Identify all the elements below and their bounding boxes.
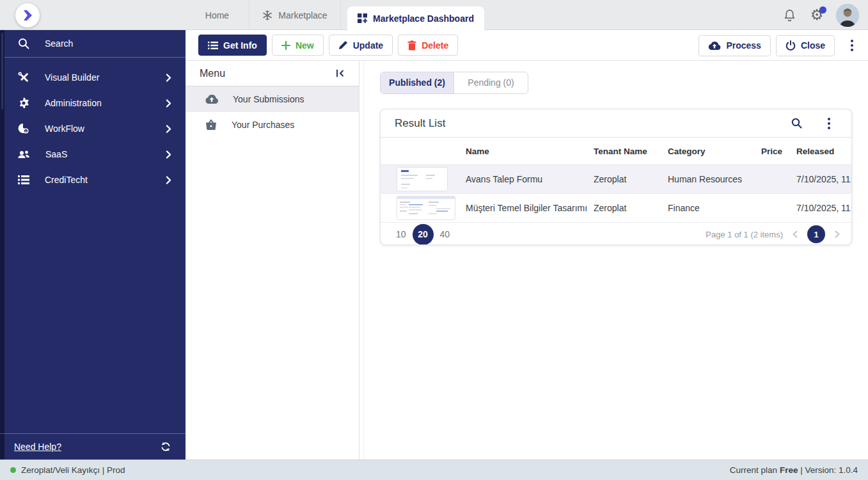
sidebar-item-label: SaaS [45,149,67,159]
close-label: Close [801,40,825,51]
tenant-user-status: Zeroplat/Veli Kayıkçı | Prod [21,465,125,475]
need-help-link[interactable]: Need Help? [14,442,61,452]
sidebar-scrollbar[interactable] [0,30,4,460]
status-tab-group: Published (2) Pending (0) [380,72,528,94]
sidebar-nav: Visual Builder Administration [0,58,185,193]
tab-marketplace[interactable]: Marketplace [249,0,341,30]
update-button[interactable]: Update [329,35,393,56]
row-thumbnail [381,196,466,220]
sidebar-item-creditecht[interactable]: CrediTecht [0,167,185,193]
sidebar-footer: Need Help? [0,433,185,460]
menu-item-your-submissions[interactable]: Your Submissions [185,86,359,112]
sidebar: Search Visual Builder [0,30,185,460]
search-icon[interactable] [791,117,803,129]
col-tenant-name[interactable]: Tenant Name [594,147,668,156]
plan-prefix: Current plan [730,465,777,475]
col-category[interactable]: Category [668,147,761,156]
menu-panel-header: Menu [185,61,359,86]
menu-item-your-purchases[interactable]: Your Purchases [185,112,359,138]
pagination-bar: 10 20 40 Page 1 of 1 (2 items) 1 [381,223,851,245]
app-logo[interactable] [15,3,40,28]
tools-icon [17,71,30,84]
menu-item-label: Your Submissions [233,94,304,104]
search-icon [17,37,30,50]
page-size-40[interactable]: 40 [440,229,450,239]
version-text: | Version: 1.0.4 [798,465,858,475]
previous-page-icon[interactable] [793,230,798,238]
chevron-right-icon [166,150,171,159]
sidebar-item-administration[interactable]: Administration [0,90,185,116]
status-bar: Zeroplat/Veli Kayıkçı | Prod Current pla… [0,460,868,480]
list-icon [17,174,30,186]
col-released[interactable]: Released [796,147,852,156]
tab-published[interactable]: Published (2) [381,72,454,93]
table-header-row: Name Tenant Name Category Price Released [381,138,852,165]
cell-category: Human Resources [668,174,761,184]
get-info-button[interactable]: Get Info [198,35,267,56]
tab-home[interactable]: Home [185,0,249,30]
result-table: Name Tenant Name Category Price Released [381,138,852,223]
chevron-right-icon [166,125,171,133]
get-info-label: Get Info [223,40,257,51]
tab-marketplace-label: Marketplace [278,10,327,20]
table-row[interactable]: Müşteri Temel Bilgiler Tasarımı Zeroplat… [381,194,852,223]
cell-released: 7/10/2025, 11:0 [796,203,852,213]
people-icon [17,148,31,161]
app-window: Home Marketplace Marketp [0,0,868,480]
col-price[interactable]: Price [761,147,796,156]
toolbar-right-group: Process Close [698,30,860,61]
list-icon [208,41,218,50]
table-row[interactable]: Avans Talep Formu Zeroplat Human Resourc… [381,165,852,194]
window-tab-bar: Home Marketplace Marketp [185,0,484,30]
user-avatar[interactable] [836,4,859,27]
svg-text:e: e [25,129,27,133]
settings-gear-icon[interactable]: ⚙ [809,7,825,24]
sidebar-item-workflow[interactable]: e WorkFlow [0,116,185,141]
menu-title: Menu [200,68,225,79]
pencil-icon [338,40,348,50]
page-size-10[interactable]: 10 [396,229,406,239]
cell-released: 7/10/2025, 11:0 [796,174,852,184]
result-list-title: Result List [395,117,445,130]
sidebar-item-label: WorkFlow [45,124,84,134]
cell-tenant: Zeroplat [594,203,668,213]
chevron-right-icon [166,74,171,82]
action-toolbar: Get Info New Update [185,30,868,61]
sidebar-item-saas[interactable]: SaaS [0,141,185,167]
delete-button[interactable]: Delete [398,35,458,56]
plan-name: Free [780,465,798,475]
settings-notification-dot [819,6,826,13]
snowflake-icon [262,10,272,20]
tab-home-label: Home [205,10,229,20]
chevron-right-icon [166,176,171,184]
basket-icon [205,119,217,131]
result-list-kebab-icon[interactable] [821,115,837,132]
process-button[interactable]: Process [698,35,770,56]
sidebar-item-label: Visual Builder [45,72,99,83]
new-label: New [296,40,314,51]
cell-name: Avans Talep Formu [466,174,594,184]
col-name[interactable]: Name [466,147,594,156]
cloud-upload-icon [708,41,721,51]
connection-status-dot [10,467,16,473]
page-size-20-selected[interactable]: 20 [413,224,434,245]
top-header: Home Marketplace Marketp [0,0,868,30]
refresh-icon[interactable] [160,441,171,452]
page-number-1[interactable]: 1 [807,225,825,243]
more-options-kebab-icon[interactable] [844,37,860,54]
new-button[interactable]: New [272,35,324,56]
dashboard-icon [358,13,367,23]
sidebar-item-visual-builder[interactable]: Visual Builder [0,65,185,90]
close-button[interactable]: Close [776,35,835,56]
tab-marketplace-dashboard[interactable]: Marketplace Dashboard [347,6,484,30]
notifications-bell-icon[interactable] [781,7,798,24]
sidebar-item-search[interactable]: Search [0,30,185,58]
menu-panel: Menu Your Submissions [185,61,359,460]
row-thumbnail [381,167,466,191]
header-actions: ⚙ [781,0,859,30]
tab-pending[interactable]: Pending (0) [454,72,528,93]
cell-category: Finance [668,203,761,213]
next-page-icon[interactable] [835,230,840,238]
result-list-card: Result List Name Tenant Name Category [380,109,852,245]
collapse-panel-icon[interactable] [335,68,345,78]
